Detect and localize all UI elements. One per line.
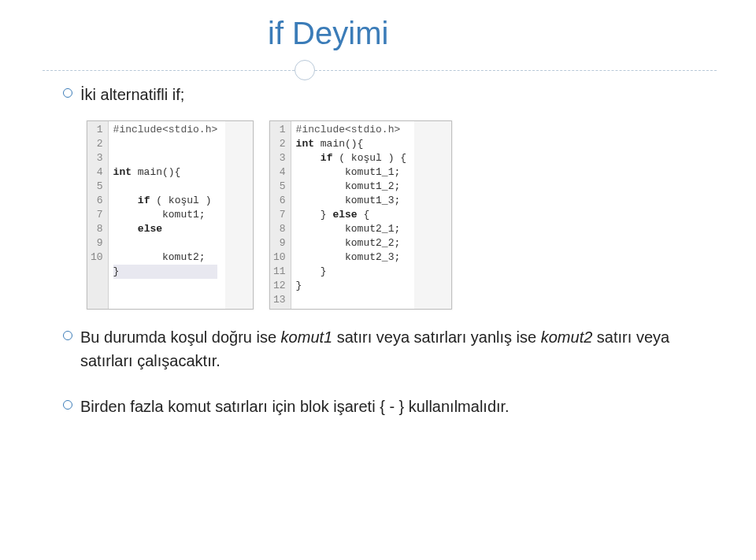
bullet-icon bbox=[63, 88, 72, 98]
code-examples-row: 12345678910 #include<stdio.h> int main()… bbox=[87, 121, 756, 310]
bullet-item-2: Bu durumda koşul doğru ise komut1 satırı… bbox=[63, 325, 685, 373]
para2-komut1: komut1 bbox=[281, 328, 333, 346]
bullet-icon bbox=[63, 331, 72, 340]
para2-mid1: satırı veya satırları yanlış ise bbox=[332, 328, 541, 346]
line-numbers-2: 12345678910111213 bbox=[270, 121, 291, 309]
bullet-3-text: Birden fazla komut satırları için blok i… bbox=[80, 395, 510, 418]
bullet-1-text: İki alternatifli if; bbox=[80, 83, 184, 106]
title-divider bbox=[43, 60, 717, 82]
para2-komut2: komut2 bbox=[541, 328, 593, 346]
code-text-2: #include<stdio.h>int main(){ if ( koşul … bbox=[291, 121, 414, 309]
para2-pre: Bu durumda koşul doğru ise bbox=[80, 328, 281, 346]
code-block-2: 12345678910111213 #include<stdio.h>int m… bbox=[269, 121, 452, 310]
bullet-item-1: İki alternatifli if; bbox=[63, 83, 756, 106]
code-block-1: 12345678910 #include<stdio.h> int main()… bbox=[87, 121, 254, 310]
line-numbers-1: 12345678910 bbox=[87, 121, 109, 309]
bullet-icon bbox=[63, 400, 72, 410]
bullet-item-3: Birden fazla komut satırları için blok i… bbox=[63, 395, 685, 418]
page-title: if Deyimi bbox=[0, 0, 756, 51]
bullet-2-text: Bu durumda koşul doğru ise komut1 satırı… bbox=[80, 325, 685, 373]
code-text-1: #include<stdio.h> int main(){ if ( koşul… bbox=[109, 121, 226, 309]
